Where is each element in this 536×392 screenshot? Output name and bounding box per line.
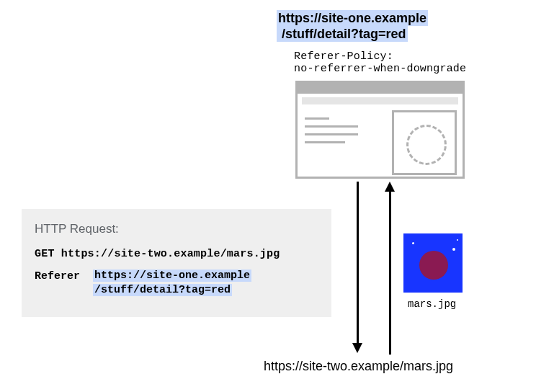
star-icon <box>452 248 455 251</box>
page-url-line2: /stuff/detail?tag=red <box>277 26 408 42</box>
mars-image-icon <box>403 233 463 293</box>
browser-urlbar <box>302 97 458 104</box>
mars-image-label: mars.jpg <box>408 298 456 310</box>
http-request-card: HTTP Request: GET https://site-two.examp… <box>22 209 331 317</box>
referer-policy-text: Referer-Policy: no-referrer-when-downgra… <box>294 50 466 75</box>
text-lines-icon <box>305 117 358 149</box>
page-url-line1: https://site-one.example <box>277 10 428 26</box>
http-request-line: GET https://site-two.example/mars.jpg <box>35 248 318 260</box>
browser-window-icon <box>295 81 465 179</box>
http-method: GET <box>35 248 55 260</box>
arrow-response-up <box>389 192 391 355</box>
page-url: https://site-one.example /stuff/detail?t… <box>277 10 428 42</box>
http-referer-header: Referer https://site-one.example /stuff/… <box>35 269 318 298</box>
http-request-url: https://site-two.example/mars.jpg <box>61 248 280 260</box>
star-icon <box>457 239 458 241</box>
browser-titlebar <box>298 83 463 94</box>
arrow-request-down <box>357 182 359 344</box>
arrow-response-up-head <box>385 182 395 192</box>
http-referer-value: https://site-one.example /stuff/detail?t… <box>93 269 251 298</box>
image-placeholder <box>392 110 457 175</box>
loading-circle-icon <box>406 125 447 165</box>
planet-icon <box>419 251 448 280</box>
resource-url: https://site-two.example/mars.jpg <box>264 359 453 374</box>
browser-body <box>298 107 463 177</box>
http-request-caption: HTTP Request: <box>35 222 318 236</box>
http-referer-key: Referer <box>35 269 80 282</box>
star-icon <box>412 242 414 244</box>
arrow-request-down-head <box>352 343 362 353</box>
